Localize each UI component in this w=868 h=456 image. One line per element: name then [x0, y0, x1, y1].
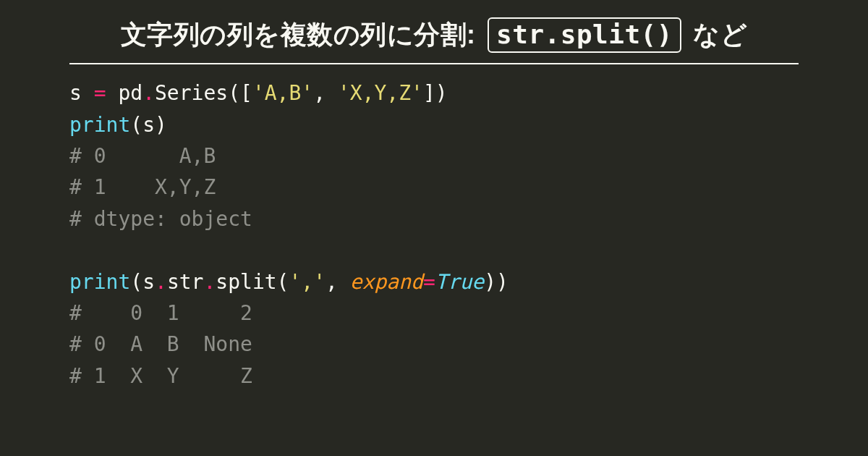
code-comment: # 1 X,Y,Z — [69, 175, 216, 199]
code-token: True — [435, 270, 484, 294]
code-token: str — [167, 270, 204, 294]
code-token: . — [203, 270, 216, 294]
title-code-chip: str.split() — [488, 17, 681, 53]
title-prefix: 文字列の列を複数の列に分割: — [121, 20, 484, 49]
code-token: Series([ — [155, 81, 252, 105]
code-token: = — [423, 270, 435, 294]
code-token: . — [155, 270, 167, 294]
code-token: (s) — [130, 113, 167, 137]
code-token: print — [69, 113, 130, 137]
code-block: s = pd.Series(['A,B', 'X,Y,Z']) print(s)… — [69, 77, 799, 392]
code-token: expand — [350, 270, 423, 294]
code-token: (s — [130, 270, 155, 294]
code-comment: # 1 X Y Z — [69, 364, 252, 388]
code-token: ]) — [423, 81, 448, 105]
code-token: print — [69, 270, 130, 294]
code-comment: # 0 1 2 — [69, 301, 252, 325]
code-token: . — [142, 81, 155, 105]
code-token: 'A,B' — [252, 81, 313, 105]
code-token: split( — [216, 270, 289, 294]
code-token: = — [94, 81, 106, 105]
code-token: pd — [106, 81, 143, 105]
code-comment: # dtype: object — [69, 207, 252, 231]
page-title: 文字列の列を複数の列に分割: str.split() など — [69, 17, 799, 64]
code-token: , — [326, 270, 350, 294]
title-suffix: など — [686, 20, 748, 49]
code-token: ',' — [289, 270, 326, 294]
code-token: 'X,Y,Z' — [338, 81, 423, 105]
code-token: )) — [484, 270, 509, 294]
code-comment: # 0 A,B — [69, 144, 216, 168]
code-comment: # 0 A B None — [69, 332, 252, 356]
code-token: , — [313, 81, 338, 105]
code-token: s — [69, 81, 94, 105]
page: 文字列の列を複数の列に分割: str.split() など s = pd.Ser… — [0, 0, 868, 392]
